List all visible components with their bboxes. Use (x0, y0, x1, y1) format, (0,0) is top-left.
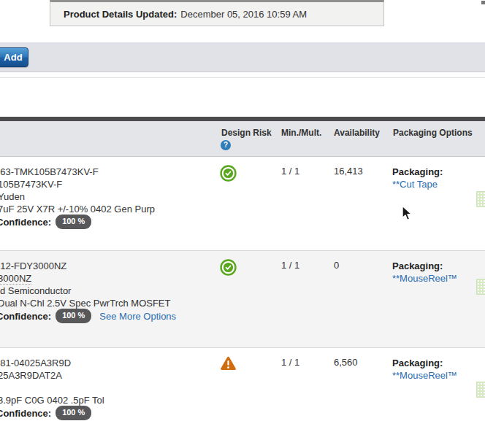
part-info-cell: 963-TMK105B7473KV-F 105B7473KV-F Yuden 7… (0, 166, 212, 228)
clipped-row-action-button[interactable] (476, 191, 485, 207)
availability-value: 6,560 (334, 357, 358, 368)
confidence-label: Confidence: (0, 310, 51, 323)
packaging-cell: Packaging: **MouseReel™ (392, 357, 457, 382)
design-risk-ok-icon (220, 165, 237, 185)
mfr-part-number: 3000NZ (0, 272, 212, 285)
product-details-updated-bar: Product Details Updated: December 05, 20… (50, 0, 384, 26)
part-description: 7uF 25V X7R +/-10% 0402 Gen Purp (0, 203, 212, 215)
toolbar: Add (0, 42, 485, 72)
table-row: 581-04025A3R9D 25A3R9DAT2A 3.9pF C0G 040… (0, 348, 485, 448)
availability-value: 0 (334, 260, 339, 271)
table-header: Design Risk Min./Mult. Availability Pack… (0, 121, 485, 157)
mouser-part-number: 581-04025A3R9D (0, 357, 212, 369)
part-description: 3.9pF C0G 0402 .5pF Tol (0, 394, 212, 406)
table-row: 512-FDY3000NZ 3000NZ ld Semiconductor Du… (0, 250, 485, 348)
design-risk-warning-icon (220, 356, 237, 374)
confidence-badge: 100 % (56, 309, 91, 323)
packaging-label: Packaging: (392, 357, 457, 369)
clipped-row-action-button[interactable] (476, 279, 485, 295)
column-header-packaging-options: Packaging Options (393, 128, 473, 138)
updated-value: December 05, 2016 10:59 AM (180, 9, 307, 20)
min-mult-value: 1 / 1 (281, 260, 299, 271)
clipped-row-action-button[interactable] (476, 382, 485, 398)
confidence-label: Confidence: (0, 216, 51, 228)
packaging-link[interactable]: **MouseReel™ (392, 369, 457, 382)
column-header-min-mult: Min./Mult. (281, 128, 321, 138)
packaging-link[interactable]: **Cut Tape (392, 178, 443, 190)
mouser-part-number: 512-FDY3000NZ (0, 260, 212, 272)
min-mult-value: 1 / 1 (281, 166, 299, 177)
table-body: 963-TMK105B7473KV-F 105B7473KV-F Yuden 7… (0, 157, 485, 448)
min-mult-value: 1 / 1 (281, 357, 299, 368)
column-header-design-risk: Design Risk (221, 128, 272, 138)
part-description: Dual N-Chl 2.5V Spec PwrTrch MOSFET (0, 297, 212, 309)
confidence-badge: 100 % (56, 406, 91, 420)
mfr-part-number: 105B7473KV-F (0, 178, 212, 190)
updated-label: Product Details Updated: (64, 9, 177, 20)
toolbar-divider (0, 73, 485, 78)
availability-value: 16,413 (334, 166, 363, 177)
see-more-options-link[interactable]: See More Options (99, 310, 176, 323)
packaging-cell: Packaging: **Cut Tape (392, 166, 443, 190)
mfr-part-number: 25A3R9DAT2A (0, 369, 212, 382)
packaging-cell: Packaging: **MouseReel™ (392, 260, 457, 285)
packaging-link[interactable]: **MouseReel™ (392, 272, 457, 285)
packaging-label: Packaging: (392, 166, 443, 178)
manufacturer-name: ld Semiconductor (0, 285, 212, 297)
page: Product Details Updated: December 05, 20… (0, 0, 485, 448)
mouser-part-number: 963-TMK105B7473KV-F (0, 166, 212, 178)
add-button[interactable]: Add (0, 47, 28, 67)
manufacturer-name: Yuden (0, 190, 212, 203)
packaging-label: Packaging: (392, 260, 457, 272)
manufacturer-name (0, 382, 212, 394)
confidence-label: Confidence: (0, 407, 51, 420)
table-row: 963-TMK105B7473KV-F 105B7473KV-F Yuden 7… (0, 157, 485, 250)
clipped-corner-element (481, 1, 485, 4)
design-risk-help-icon[interactable]: ? (221, 140, 231, 150)
column-header-availability: Availability (334, 128, 380, 138)
confidence-badge: 100 % (56, 215, 91, 229)
design-risk-ok-icon (220, 259, 237, 279)
part-info-cell: 512-FDY3000NZ 3000NZ ld Semiconductor Du… (0, 260, 212, 323)
part-info-cell: 581-04025A3R9D 25A3R9DAT2A 3.9pF C0G 040… (0, 357, 212, 420)
